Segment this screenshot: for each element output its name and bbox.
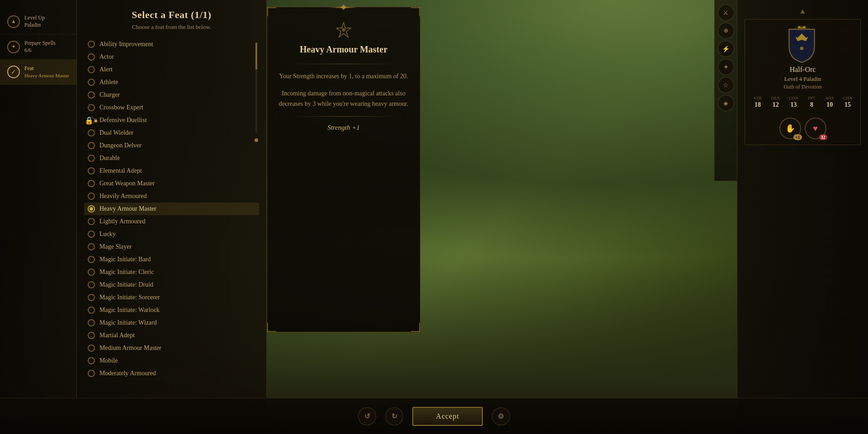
action-btn-1[interactable]: ✋ +1 [779,118,801,139]
feat-item[interactable]: Magic Initiate: Bard [84,253,259,266]
feat-item[interactable]: Mobile [84,354,259,367]
feat-list-container: Ability ImprovementActorAlertAthleteChar… [84,38,259,400]
corner-tl [267,7,276,16]
feat-name-label: Moderately Armoured [99,370,156,377]
feat-radio-locked: 🔒 [88,117,95,124]
feat-list: Ability ImprovementActorAlertAthleteChar… [84,38,259,380]
feat-item[interactable]: Mage Slayer [84,241,259,253]
feat-item[interactable]: Heavily Armoured [84,190,259,203]
right-icon-6[interactable]: ◈ [718,95,734,111]
feat-item[interactable]: Charger [84,89,259,101]
nav-feat-text: Feat Heavy Armour Master [24,65,69,79]
feat-item[interactable]: Actor [84,51,259,63]
feat-item[interactable]: Great Weapon Master [84,177,259,190]
feat-name-label: Charger [99,91,120,99]
bottom-bar: ↺ ↻ Accept ⚙ [0,398,868,434]
feat-item[interactable]: 🔒Defensive Duellist [84,114,259,127]
nav-item-levelup[interactable]: ▲ Level Up Paladin [0,9,76,34]
feat-item[interactable]: Crossbow Expert [84,101,259,114]
corner-br [411,323,420,332]
scrollbar-dot [255,138,258,142]
stat-value: 18 [755,101,761,108]
feat-name-label: Magic Initiate: Cleric [99,269,154,276]
corner-bl [267,323,276,332]
feat-radio-unchecked [88,344,95,352]
feat-radio-unchecked [88,269,95,276]
right-icon-2[interactable]: ❄ [718,23,734,39]
feat-name-label: Medium Armour Master [99,344,161,352]
feat-item[interactable]: Heavy Armour Master [84,203,259,215]
feat-item[interactable]: Magic Initiate: Druid [84,278,259,291]
feat-name-label: Crossbow Expert [99,104,143,111]
feat-radio-unchecked [88,256,95,263]
feat-item[interactable]: Moderately Armoured [84,367,259,380]
right-icon-1[interactable]: ⚔ [718,5,734,21]
stat-label: WIS [826,96,834,100]
action-badge-2: 32 [819,134,827,140]
stat-item: CHA15 [840,96,855,108]
bottom-icon-settings[interactable]: ⚙ [492,407,510,425]
feat-item[interactable]: Elemental Adept [84,165,259,177]
feat-name-label: Magic Initiate: Druid [99,281,153,288]
stat-value: 12 [773,101,779,108]
right-icon-3[interactable]: ⚡ [718,41,734,57]
feat-radio-unchecked [88,79,95,86]
stat-label: CHA [843,96,853,100]
feat-name-label: Magic Initiate: Bard [99,256,151,263]
character-panel: ▲ Half-Orc Level 4 Paladin Oath of Devot… [737,0,868,434]
nav-spells-icon: ✦ [7,41,20,53]
feat-name-label: Durable [99,155,120,162]
scrollbar-track[interactable] [255,42,257,133]
detail-panel: Heavy Armour Master Your Strength increa… [267,7,420,332]
feat-radio-unchecked [88,319,95,326]
feat-item[interactable]: Ability Improvement [84,38,259,51]
feat-icon [335,21,353,39]
nav-item-feat[interactable]: ✓ Feat Heavy Armour Master [0,60,76,85]
scrollbar-thumb[interactable] [255,42,257,70]
bottom-icon-redo[interactable]: ↻ [385,407,403,425]
feat-item[interactable]: Lightly Armoured [84,215,259,228]
feat-item[interactable]: Athlete [84,76,259,89]
bottom-icon-undo[interactable]: ↺ [358,407,376,425]
feat-item[interactable]: Martial Adept [84,329,259,342]
nav-item-spells[interactable]: ✦ Prepare Spells 6/6 [0,34,76,60]
corner-tr [411,7,420,16]
feat-item[interactable]: Magic Initiate: Cleric [84,266,259,278]
feat-radio-unchecked [88,243,95,250]
feat-radio-unchecked [88,218,95,225]
char-subclass: Oath of Devotion [784,84,822,90]
feat-name-label: Heavy Armour Master [99,205,156,212]
feat-radio-checked [88,205,95,212]
feat-item[interactable]: Magic Initiate: Warlock [84,304,259,316]
feat-radio-unchecked [88,332,95,339]
feat-radio-unchecked [88,180,95,187]
right-icon-4[interactable]: ✦ [718,59,734,75]
feat-item[interactable]: Dungeon Delver [84,139,259,152]
feat-list-panel: Select a Feat (1/1) Choose a feat from t… [77,0,267,434]
right-icon-5[interactable]: ☆ [718,77,734,93]
stat-item: CON13 [787,96,801,108]
stat-item: STR18 [750,96,765,108]
feat-radio-unchecked [88,53,95,61]
feat-name-label: Magic Initiate: Wizard [99,319,157,326]
action-btn-2[interactable]: ♥ 32 [805,118,826,139]
stat-label: STR [754,96,762,100]
feat-item[interactable]: Durable [84,152,259,165]
feat-radio-unchecked [88,155,95,162]
feat-item[interactable]: Dual Wielder [84,127,259,139]
panel-subtitle: Choose a feat from the list below. [84,24,259,31]
accept-button[interactable]: Accept [412,407,482,426]
feat-name-label: Defensive Duellist [99,117,147,124]
feat-name-label: Dungeon Delver [99,142,142,149]
feat-item[interactable]: Magic Initiate: Wizard [84,316,259,329]
stat-label: CON [789,96,798,100]
char-panel-arrow: ▲ [745,7,861,15]
feat-item[interactable]: Medium Armour Master [84,342,259,354]
feat-name-label: Magic Initiate: Warlock [99,307,160,314]
stat-value: 10 [826,101,833,108]
nav-feat-icon: ✓ [7,66,20,78]
feat-radio-unchecked [88,167,95,175]
feat-item[interactable]: Lucky [84,228,259,241]
feat-item[interactable]: Alert [84,63,259,76]
feat-item[interactable]: Magic Initiate: Sorcerer [84,291,259,304]
